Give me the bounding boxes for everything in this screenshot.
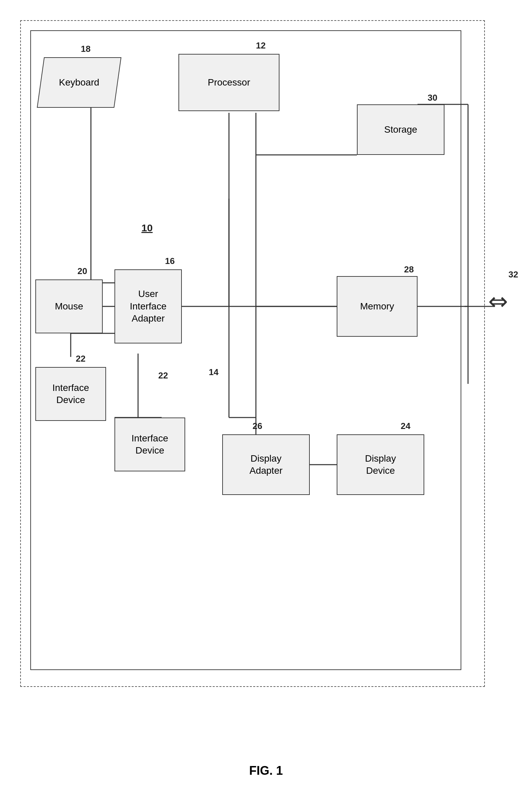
- interface-device-right-block: Interface Device: [114, 418, 185, 471]
- network-arrow: ⇔: [488, 289, 508, 313]
- figure-caption: FIG. 1: [0, 764, 532, 778]
- user-interface-adapter-block: User Interface Adapter: [114, 269, 182, 343]
- system-bus-label: 14: [209, 367, 218, 377]
- memory-block: Memory: [337, 276, 418, 337]
- processor-block: Processor: [178, 54, 280, 111]
- storage-block: Storage: [357, 104, 444, 155]
- keyboard-block: Keyboard: [37, 57, 121, 108]
- display-device-ref: 24: [401, 421, 411, 431]
- memory-ref: 28: [404, 264, 414, 275]
- interface-device-left-ref: 22: [76, 354, 86, 364]
- storage-ref: 30: [428, 93, 437, 103]
- diagram-container: Processor 12 Storage 30 Memory 28 User I…: [14, 14, 518, 754]
- network-ref: 32: [509, 269, 518, 280]
- display-adapter-ref: 26: [252, 421, 262, 431]
- mouse-block: Mouse: [35, 280, 103, 333]
- interface-device-left-block: Interface Device: [35, 367, 106, 421]
- mouse-ref: 20: [77, 266, 87, 277]
- uia-ref: 16: [165, 256, 175, 266]
- display-adapter-block: Display Adapter: [222, 434, 310, 495]
- display-device-block: Display Device: [337, 434, 424, 495]
- system-ref-label: 10: [141, 222, 153, 234]
- interface-device-right-ref: 22: [158, 370, 168, 381]
- keyboard-ref: 18: [81, 44, 91, 54]
- processor-ref: 12: [256, 40, 266, 51]
